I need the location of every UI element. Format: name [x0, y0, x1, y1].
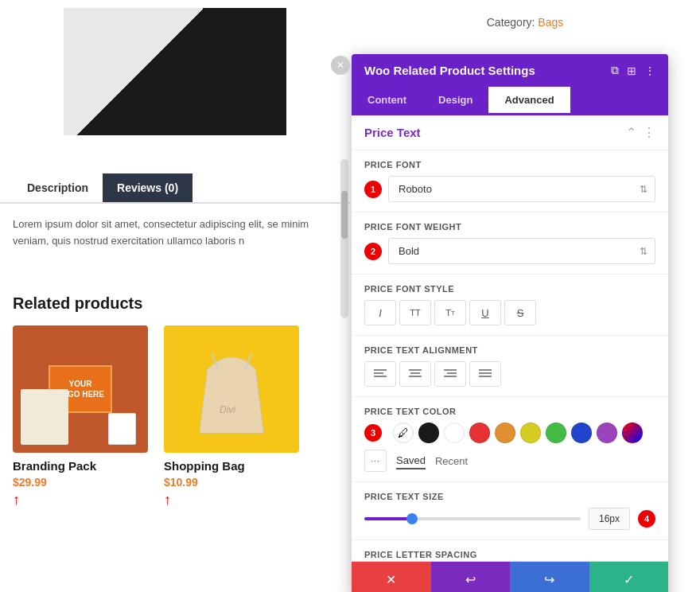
color-purple[interactable]: [597, 423, 617, 443]
panel-title: Woo Related Product Settings: [364, 64, 535, 77]
step-badge-1: 1: [364, 181, 382, 198]
field-price-alignment: Price Text Alignment: [352, 336, 668, 397]
scroll-thumb: [341, 191, 348, 239]
svg-rect-16: [479, 372, 492, 374]
related-products-section: Related products YOUR LOGO HERE Branding…: [0, 294, 350, 508]
product-image-area: [0, 0, 350, 143]
section-more-icon[interactable]: ⋮: [643, 125, 655, 140]
shopping-bg: Divi: [164, 325, 299, 453]
category-label: Category:: [487, 16, 535, 29]
section-header-price-text: Price Text ⌃ ⋮: [352, 115, 668, 150]
align-left[interactable]: [364, 361, 396, 387]
tab-advanced[interactable]: Advanced: [488, 87, 570, 115]
price-font-weight-select[interactable]: Bold Normal Light: [388, 238, 655, 264]
price-color-label: Price Text Color: [364, 407, 655, 416]
align-right[interactable]: [434, 361, 466, 387]
product-img-branding: YOUR LOGO HERE: [13, 325, 148, 453]
tabs-bar: Description Reviews (0): [0, 173, 350, 204]
price-size-track: [364, 517, 581, 520]
alignment-buttons: [364, 361, 655, 387]
tote-bag-decoration: [21, 389, 68, 445]
section-collapse-icon[interactable]: ⌃: [626, 125, 636, 140]
panel-header: Woo Related Product Settings ⧉ ⊞ ⋮: [352, 54, 668, 87]
color-dot-menu[interactable]: ···: [364, 450, 387, 472]
svg-rect-9: [409, 376, 422, 377]
panel-tabs: Content Design Advanced: [352, 87, 668, 115]
products-grid: YOUR LOGO HERE Branding Pack $29.99 ↑: [13, 325, 337, 508]
price-size-fill: [364, 517, 412, 520]
panel-icon-layout[interactable]: ⊞: [627, 64, 636, 77]
color-red[interactable]: [469, 423, 490, 443]
product-card-branding: YOUR LOGO HERE Branding Pack $29.99 ↑: [13, 325, 148, 508]
color-orange[interactable]: [495, 423, 515, 443]
branding-bg: YOUR LOGO HERE: [13, 325, 148, 453]
svg-rect-11: [444, 369, 457, 371]
price-font-weight-label: Price Font Weight: [364, 222, 655, 232]
panel-close-x[interactable]: ✕: [331, 56, 350, 75]
align-center[interactable]: [399, 361, 431, 387]
step-badge-3: 3: [364, 424, 382, 442]
section-title-price-text: Price Text: [364, 126, 421, 139]
eyedropper-tool[interactable]: 🖊: [393, 423, 414, 443]
price-size-slider-wrapper: [364, 517, 581, 520]
shopping-bag-svg: Divi: [188, 337, 275, 441]
related-products-title: Related products: [13, 294, 337, 313]
price-size-input[interactable]: [589, 508, 630, 530]
step-badge-4: 4: [638, 510, 655, 528]
redo-button[interactable]: ↪: [510, 562, 589, 592]
tab-description[interactable]: Description: [13, 173, 103, 202]
category-bar: Category: Bags: [350, 16, 700, 29]
svg-rect-13: [444, 376, 457, 377]
price-size-label: Price Text Size: [364, 492, 655, 501]
product-card-shopping: Divi Shopping Bag $10.99 ↑: [164, 325, 299, 508]
style-strikethrough[interactable]: S: [504, 300, 536, 325]
cancel-button[interactable]: ✕: [352, 562, 431, 592]
tab-content[interactable]: Content: [352, 87, 422, 115]
scroll-indicator[interactable]: [340, 159, 348, 318]
color-tab-saved[interactable]: Saved: [396, 453, 426, 469]
svg-rect-4: [374, 372, 383, 374]
price-font-select-wrapper: 1 Roboto Open Sans Lato ⇅: [364, 176, 655, 202]
price-size-slider-row: 4: [364, 508, 655, 530]
product-name-shopping[interactable]: Shopping Bag: [164, 459, 299, 473]
color-palette: 3 🖊: [364, 423, 655, 443]
tab-design[interactable]: Design: [422, 87, 488, 115]
color-tab-recent[interactable]: Recent: [435, 454, 468, 469]
price-size-thumb[interactable]: [406, 513, 418, 524]
field-price-font: Price Font 1 Roboto Open Sans Lato ⇅: [352, 150, 668, 212]
price-arrow-shopping: ↑: [164, 492, 299, 508]
step-badge-2: 2: [364, 243, 382, 260]
product-name-branding[interactable]: Branding Pack: [13, 459, 148, 473]
panel-icon-more[interactable]: ⋮: [644, 64, 655, 77]
mug-decoration: [108, 413, 136, 445]
color-gradient[interactable]: [622, 423, 643, 443]
save-button[interactable]: ✓: [589, 562, 669, 592]
field-price-letter-spacing: Price Letter Spacing: [352, 540, 668, 561]
section-header-controls: ⌃ ⋮: [626, 125, 655, 140]
price-font-select[interactable]: Roboto Open Sans Lato: [388, 176, 655, 202]
panel-icon-copy[interactable]: ⧉: [611, 64, 619, 77]
undo-button[interactable]: ↩: [431, 562, 511, 592]
color-tabs-row: ··· Saved Recent: [364, 450, 655, 472]
tab-reviews[interactable]: Reviews (0): [103, 173, 192, 202]
svg-rect-15: [479, 369, 492, 371]
svg-rect-8: [410, 372, 420, 374]
panel-body: Price Text ⌃ ⋮ Price Font 1 Roboto Open …: [352, 115, 668, 561]
style-underline[interactable]: U: [469, 300, 501, 325]
style-italic[interactable]: I: [364, 300, 396, 325]
color-blue[interactable]: [571, 423, 592, 443]
align-justify[interactable]: [469, 361, 501, 387]
category-link[interactable]: Bags: [538, 16, 563, 29]
product-img-shopping: Divi: [164, 325, 299, 453]
color-white[interactable]: [444, 423, 465, 443]
style-uppercase[interactable]: TT: [399, 300, 431, 325]
svg-rect-3: [374, 369, 387, 371]
svg-rect-5: [374, 376, 387, 377]
price-alignment-label: Price Text Alignment: [364, 345, 655, 355]
color-green[interactable]: [546, 423, 566, 443]
tab-content-text: Lorem ipsum dolor sit amet, consectetur …: [0, 204, 350, 263]
color-yellow[interactable]: [520, 423, 541, 443]
svg-rect-7: [409, 369, 422, 371]
style-capitalize[interactable]: TT: [434, 300, 466, 325]
color-black[interactable]: [418, 423, 439, 443]
